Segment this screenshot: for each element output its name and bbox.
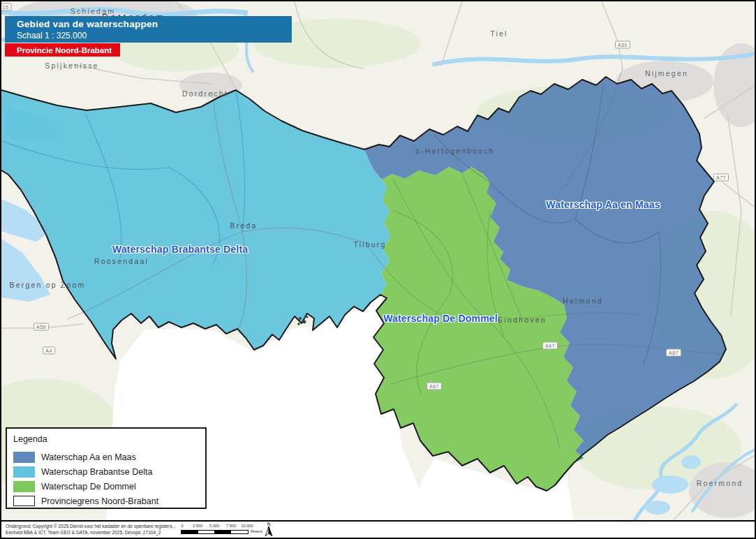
city-label-s-hertogenbosch: 's-Hertogenbosch — [413, 147, 494, 155]
scale-tick-7500: 7.500 — [226, 524, 236, 528]
region-label-brabantse-delta: Waterschap Brabantse Delta — [112, 244, 249, 255]
legend-label: Waterschap Brabantse Delta — [41, 467, 152, 477]
scale-tick-0: 0 — [181, 524, 183, 528]
scale-bar-segments — [181, 530, 249, 534]
legend-item-aa-en-maas: Waterschap Aa en Maas — [13, 450, 205, 464]
road-shield-15: 15 — [1, 3, 11, 11]
map-title: Gebied van de waterschappen — [17, 19, 292, 29]
legend-item-brabantse-delta: Waterschap Brabantse Delta — [13, 464, 205, 479]
road-shield-a67-west: A67 — [542, 342, 558, 350]
legend-swatch-provinciegrens — [13, 496, 35, 506]
city-label-helmond: Helmond — [563, 297, 602, 305]
north-arrow-icon — [264, 526, 274, 537]
province-label-box: Provincie Noord-Brabant — [5, 43, 120, 57]
city-label-nijmegen: Nijmegen — [645, 69, 688, 77]
legend-swatch-de-dommel — [13, 481, 35, 492]
scale-tick-2500: 2.500 — [193, 524, 202, 528]
city-label-bergen-op-zoom: Bergen op Zoom — [9, 281, 85, 289]
road-shield-a67-south: A67 — [427, 383, 442, 390]
region-label-aa-en-maas: Waterschap Aa en Maas — [546, 199, 660, 210]
city-label-tilburg: Tilburg — [353, 240, 386, 249]
map-title-box: Gebied van de waterschappen Schaal 1 : 3… — [5, 16, 292, 43]
city-label-spijkenisse: Spijkenisse — [45, 61, 98, 70]
scale-tick-5000: 5.000 — [209, 524, 219, 528]
footer-bar: Ondergrond: Copyright © 2025 Dienst voor… — [1, 520, 755, 538]
city-label-roermond: Roermond — [697, 479, 743, 487]
north-arrow: N — [263, 522, 274, 538]
city-label-roosendaal: Roosendaal — [94, 257, 149, 265]
copyright-credits: Ondergrond: Copyright © 2025 Dienst voor… — [6, 524, 175, 536]
road-shield-a58: A58 — [34, 323, 49, 331]
region-label-de-dommel: Waterschap De Dommel — [383, 313, 498, 324]
road-shield-a50: A50 — [615, 41, 630, 49]
city-label-tiel: Tiel — [490, 29, 507, 38]
city-label-breda: Breda — [230, 221, 257, 230]
scale-bar-labels: 0 2.500 5.000 7.500 10.000 — [181, 524, 248, 529]
credit-line-1: Ondergrond: Copyright © 2025 Dienst voor… — [6, 524, 175, 530]
legend-title: Legenda — [13, 434, 205, 444]
legend-swatch-brabantse-delta — [13, 466, 35, 478]
map-export-page: Schiedam Rotterdam Spijkenisse Dordrecht… — [0, 0, 756, 539]
road-shield-a77: A77 — [713, 174, 729, 182]
credit-line-2: Eenheid BBA & ICT, Team GEO & DATA, nove… — [6, 530, 175, 536]
legend-item-de-dommel: Waterschap De Dommel — [13, 479, 205, 494]
legend-label: Waterschap Aa en Maas — [41, 452, 136, 462]
legend-swatch-aa-en-maas — [13, 452, 35, 463]
legend: Legenda Waterschap Aa en Maas Waterschap… — [6, 427, 207, 509]
legend-item-provinciegrens: Provinciegrens Noord-Brabant — [13, 494, 205, 508]
legend-label: Provinciegrens Noord-Brabant — [41, 496, 158, 506]
scale-bar: 0 2.500 5.000 7.500 10.000 Meters — [181, 524, 248, 536]
city-label-dordrecht: Dordrecht — [182, 89, 228, 98]
scale-bar-unit: Meters — [251, 529, 262, 533]
province-label: Provincie Noord-Brabant — [17, 46, 112, 54]
city-label-eindhoven: Eindhoven — [498, 316, 546, 324]
legend-label: Waterschap De Dommel — [41, 482, 136, 492]
map-scale-text: Schaal 1 : 325.000 — [17, 31, 292, 40]
road-shield-a67-east: A67 — [666, 349, 681, 357]
road-shield-a4: A4 — [43, 347, 55, 355]
scale-tick-10000: 10.000 — [241, 524, 253, 528]
